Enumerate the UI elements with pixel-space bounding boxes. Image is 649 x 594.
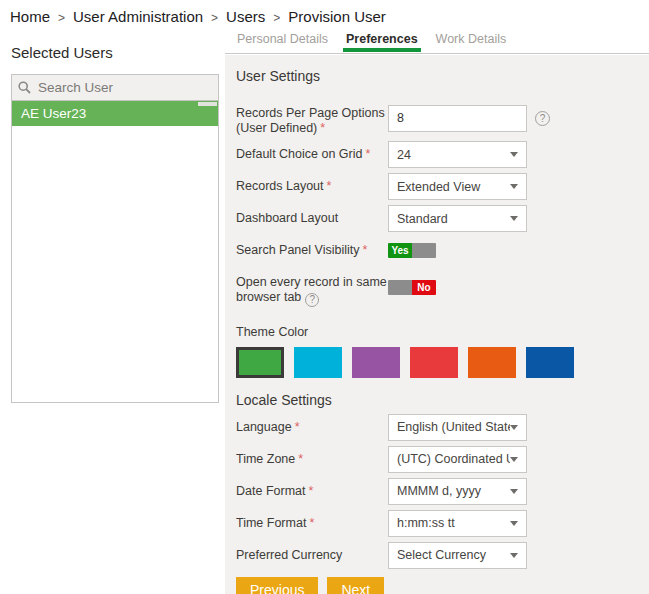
user-search-input[interactable] xyxy=(38,80,212,95)
records-layout-select[interactable]: Extended View xyxy=(388,173,527,200)
theme-swatch-green[interactable] xyxy=(236,347,284,378)
field-records-per-page-options-user-defined: Records Per Page Options (User Defined)*… xyxy=(236,100,638,136)
selected-value: (UTC) Coordinated Universal ... xyxy=(397,452,510,466)
field-dashboard-layout: Dashboard LayoutStandard xyxy=(236,205,638,232)
breadcrumb-item-user-administration[interactable]: User Administration xyxy=(73,8,203,25)
field-control: 24 xyxy=(388,141,527,168)
required-marker: * xyxy=(327,179,332,193)
breadcrumb-separator: > xyxy=(273,11,280,25)
field-search-panel-visibility: Search Panel Visibility*Yes xyxy=(236,237,638,264)
required-marker: * xyxy=(320,121,325,135)
theme-swatch-blue[interactable] xyxy=(526,347,574,378)
dashboard-layout-select[interactable]: Standard xyxy=(388,205,527,232)
preferred-currency-select[interactable]: Select Currency xyxy=(388,542,527,569)
user-settings-fields: Records Per Page Options (User Defined)*… xyxy=(236,100,638,307)
previous-button[interactable]: Previous xyxy=(236,577,318,594)
field-label: Default Choice on Grid* xyxy=(236,141,388,168)
date-format-select[interactable]: MMMM d, yyyy xyxy=(388,478,527,505)
records-per-page-options-user-defined-input[interactable] xyxy=(388,105,527,132)
field-records-layout: Records Layout*Extended View xyxy=(236,173,638,200)
selected-users-list: AE User23 xyxy=(11,101,219,403)
selected-value: 24 xyxy=(397,148,510,162)
selected-value: Select Currency xyxy=(397,548,510,562)
selected-value: Extended View xyxy=(397,180,510,194)
toggle-left-segment xyxy=(388,280,412,295)
field-control: Standard xyxy=(388,205,527,232)
field-control: Yes xyxy=(388,237,436,264)
selected-value: h:mm:ss tt xyxy=(397,516,510,530)
field-label: Preferred Currency xyxy=(236,542,388,569)
field-label-text: Dashboard Layout xyxy=(236,211,338,225)
next-button[interactable]: Next xyxy=(327,577,384,594)
field-label-text: Date Format xyxy=(236,484,305,498)
theme-swatch-orange[interactable] xyxy=(468,347,516,378)
tab-bar: Personal DetailsPreferencesWork Details xyxy=(225,31,649,54)
caret-down-icon xyxy=(510,216,518,221)
list-scrollbar-thumb[interactable] xyxy=(198,102,217,106)
field-control: h:mm:ss tt xyxy=(388,510,527,537)
breadcrumb-item-home[interactable]: Home xyxy=(10,8,50,25)
caret-down-icon xyxy=(510,184,518,189)
field-default-choice-on-grid: Default Choice on Grid*24 xyxy=(236,141,638,168)
field-label: Dashboard Layout xyxy=(236,205,388,232)
breadcrumb-item-provision-user[interactable]: Provision User xyxy=(288,8,386,25)
user-list-item[interactable]: AE User23 xyxy=(12,101,218,126)
breadcrumb-item-users[interactable]: Users xyxy=(226,8,265,25)
field-control: Extended View xyxy=(388,173,527,200)
preferences-panel: User Settings Records Per Page Options (… xyxy=(225,55,649,594)
field-label: Records Layout* xyxy=(236,173,388,200)
time-zone-select[interactable]: (UTC) Coordinated Universal ... xyxy=(388,446,527,473)
tab-preferences[interactable]: Preferences xyxy=(345,31,419,53)
required-marker: * xyxy=(362,243,367,257)
field-label-text: Time Zone xyxy=(236,452,295,466)
language-select[interactable]: English (United States) xyxy=(388,414,527,441)
required-marker: * xyxy=(295,420,300,434)
breadcrumb-separator: > xyxy=(58,11,65,25)
theme-swatch-red[interactable] xyxy=(410,347,458,378)
field-label: Open every record in same browser tab? xyxy=(236,269,388,307)
field-label-text: Records Layout xyxy=(236,179,324,193)
help-icon[interactable]: ? xyxy=(305,293,319,307)
tab-work-details[interactable]: Work Details xyxy=(435,31,508,53)
user-search-box xyxy=(11,74,219,101)
default-choice-on-grid-select[interactable]: 24 xyxy=(388,141,527,168)
toggle-left-segment: Yes xyxy=(388,243,412,258)
caret-down-icon xyxy=(510,489,518,494)
help-icon[interactable]: ? xyxy=(535,111,550,126)
field-control: (UTC) Coordinated Universal ... xyxy=(388,446,527,473)
toggle-right-segment: No xyxy=(412,280,436,295)
caret-down-icon xyxy=(510,457,518,462)
field-label-text: Default Choice on Grid xyxy=(236,147,362,161)
field-control: Select Currency xyxy=(388,542,527,569)
theme-color-label: Theme Color xyxy=(236,325,638,339)
caret-down-icon xyxy=(510,152,518,157)
locale-settings-fields: Language*English (United States)Time Zon… xyxy=(236,414,638,569)
field-label: Time Format* xyxy=(236,510,388,537)
field-preferred-currency: Preferred CurrencySelect Currency xyxy=(236,542,638,569)
theme-swatch-cyan[interactable] xyxy=(294,347,342,378)
selected-value: Standard xyxy=(397,212,510,226)
toggle-right-segment xyxy=(412,243,436,258)
field-date-format: Date Format*MMMM d, yyyy xyxy=(236,478,638,505)
field-label: Date Format* xyxy=(236,478,388,505)
wizard-footer: Previous Next xyxy=(236,577,638,594)
tab-personal-details[interactable]: Personal Details xyxy=(236,31,329,53)
selected-users-title: Selected Users xyxy=(11,44,219,61)
field-control: No xyxy=(388,269,436,307)
field-label-text: Search Panel Visibility xyxy=(236,243,359,257)
search-panel-visibility-toggle[interactable]: Yes xyxy=(388,243,436,258)
open-every-record-in-same-browser-tab-toggle[interactable]: No xyxy=(388,280,436,295)
selected-value: MMMM d, yyyy xyxy=(397,484,510,498)
field-label: Records Per Page Options (User Defined)* xyxy=(236,100,388,136)
field-control: ? xyxy=(388,100,550,136)
selected-users-panel: Selected Users AE User23 xyxy=(11,44,219,403)
required-marker: * xyxy=(309,516,314,530)
required-marker: * xyxy=(365,147,370,161)
time-format-select[interactable]: h:mm:ss tt xyxy=(388,510,527,537)
theme-swatch-purple[interactable] xyxy=(352,347,400,378)
field-label-text: Language xyxy=(236,420,292,434)
field-label-text: Time Format xyxy=(236,516,306,530)
locale-settings-heading: Locale Settings xyxy=(236,392,638,408)
field-label: Language* xyxy=(236,414,388,441)
field-time-zone: Time Zone*(UTC) Coordinated Universal ..… xyxy=(236,446,638,473)
